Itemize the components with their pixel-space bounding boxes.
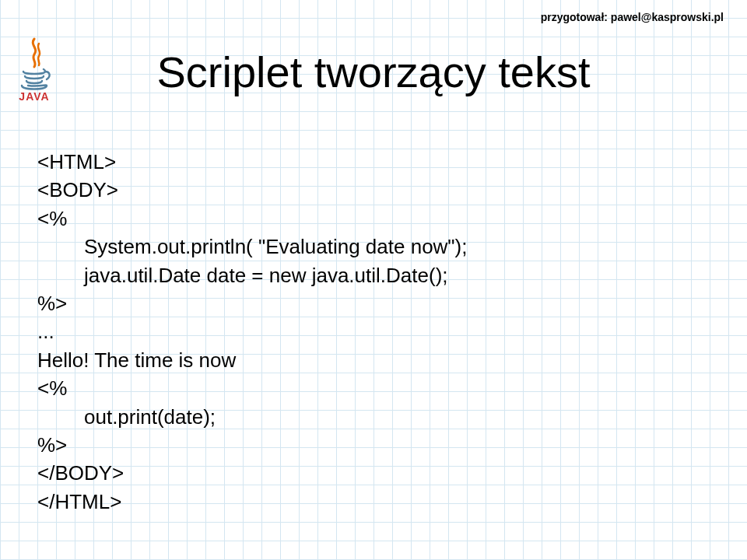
- code-line: %>: [37, 433, 67, 457]
- code-line: <HTML>: [37, 150, 116, 173]
- slide-title: Scriplet tworzący tekst: [0, 47, 747, 97]
- code-line: </HTML>: [37, 490, 121, 513]
- code-sample: <HTML> <BODY> <% System.out.println( "Ev…: [37, 148, 467, 516]
- code-line: <%: [37, 376, 67, 400]
- code-line: out.print(date);: [84, 405, 216, 429]
- code-line: Hello! The time is now: [37, 348, 236, 372]
- code-line: System.out.println( "Evaluating date now…: [84, 235, 467, 258]
- slide-container: przygotował: pawel@kasprowski.pl JAVA Sc…: [0, 0, 747, 560]
- author-line: przygotował: pawel@kasprowski.pl: [541, 11, 724, 23]
- code-line: %>: [37, 292, 67, 315]
- code-line: ...: [37, 320, 54, 343]
- code-line: <%: [37, 207, 67, 230]
- code-line: java.util.Date date = new java.util.Date…: [84, 264, 448, 287]
- code-line: </BODY>: [37, 461, 124, 485]
- code-line: <BODY>: [37, 178, 118, 201]
